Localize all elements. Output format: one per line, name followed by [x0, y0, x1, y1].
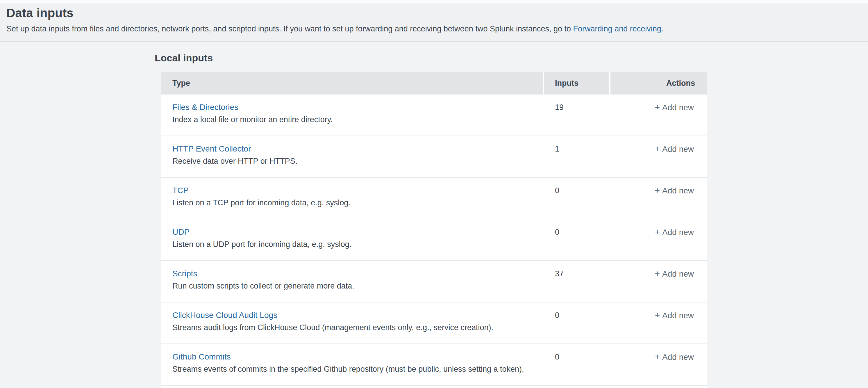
inputs-count: 37 — [543, 261, 611, 302]
clickhouse-cloud-audit-logs-link[interactable]: ClickHouse Cloud Audit Logs — [173, 310, 277, 321]
inputs-count: 1 — [543, 136, 611, 177]
plus-icon: + — [655, 227, 660, 237]
row-description: Streams events of commits in the specifi… — [173, 364, 543, 375]
add-new-label: Add new — [662, 311, 694, 320]
top-strip — [0, 0, 868, 3]
plus-icon: + — [655, 352, 660, 361]
inputs-count: 0 — [543, 219, 611, 260]
table-row-udp: UDP Listen on a UDP port for incoming da… — [161, 219, 707, 261]
inputs-count: 0 — [543, 178, 611, 219]
add-new-button[interactable]: +Add new — [655, 310, 694, 321]
add-new-button[interactable]: +Add new — [655, 227, 694, 238]
add-new-button[interactable]: +Add new — [655, 143, 694, 155]
row-description: Receive data over HTTP or HTTPS. — [173, 156, 543, 167]
row-description: Listen on a TCP port for incoming data, … — [173, 197, 543, 208]
table-row-scripts: Scripts Run custom scripts to collect or… — [161, 261, 707, 302]
plus-icon: + — [655, 102, 660, 112]
forwarding-and-receiving-link[interactable]: Forwarding and receiving — [573, 24, 661, 33]
data-inputs-page: Data inputs Set up data inputs from file… — [0, 0, 868, 388]
local-inputs-heading: Local inputs — [155, 52, 213, 64]
add-new-label: Add new — [662, 145, 694, 154]
column-header-inputs: Inputs — [543, 72, 609, 94]
add-new-label: Add new — [662, 186, 694, 195]
table-header-row: Type Inputs Actions — [161, 72, 707, 94]
add-new-label: Add new — [662, 103, 694, 112]
column-header-actions: Actions — [609, 72, 707, 94]
files-directories-link[interactable]: Files & Directories — [173, 102, 238, 113]
column-header-type: Type — [161, 72, 543, 94]
table-row-http-event-collector: HTTP Event Collector Receive data over H… — [161, 136, 707, 178]
plus-icon: + — [655, 185, 660, 195]
table-row-clickhouse-cloud-audit-logs: ClickHouse Cloud Audit Logs Streams audi… — [161, 302, 707, 344]
http-event-collector-link[interactable]: HTTP Event Collector — [173, 143, 251, 154]
inputs-count: 19 — [543, 94, 611, 136]
table-row-github-commits: Github Commits Streams events of commits… — [161, 344, 707, 386]
scripts-link[interactable]: Scripts — [173, 268, 197, 279]
plus-icon: + — [655, 310, 660, 320]
add-new-button[interactable]: +Add new — [655, 102, 694, 113]
add-new-button[interactable]: +Add new — [655, 185, 694, 196]
plus-icon: + — [655, 144, 660, 154]
add-new-label: Add new — [662, 353, 694, 361]
udp-link[interactable]: UDP — [173, 227, 189, 238]
row-description: Run custom scripts to collect or generat… — [173, 280, 543, 292]
inputs-count: 0 — [543, 344, 611, 385]
partial-next-row — [161, 386, 707, 388]
page-header: Data inputs Set up data inputs from file… — [0, 3, 868, 42]
github-commits-link[interactable]: Github Commits — [173, 351, 231, 362]
tcp-link[interactable]: TCP — [173, 185, 189, 196]
row-description: Listen on a UDP port for incoming data, … — [173, 239, 543, 250]
row-description: Index a local file or monitor an entire … — [173, 114, 543, 125]
subtitle-text: Set up data inputs from files and direct… — [6, 24, 573, 33]
row-description: Streams audit logs from ClickHouse Cloud… — [173, 322, 543, 333]
table-row-files-directories: Files & Directories Index a local file o… — [161, 94, 707, 136]
add-new-label: Add new — [662, 269, 694, 278]
subtitle-period: . — [661, 24, 664, 33]
add-new-button[interactable]: +Add new — [655, 351, 694, 363]
table-row-tcp: TCP Listen on a TCP port for incoming da… — [161, 178, 707, 219]
page-title: Data inputs — [6, 6, 868, 20]
add-new-button[interactable]: +Add new — [655, 268, 694, 279]
plus-icon: + — [655, 269, 660, 278]
page-subtitle: Set up data inputs from files and direct… — [6, 24, 868, 34]
inputs-count: 0 — [543, 302, 611, 344]
content-area: Local inputs Type Inputs Actions Files &… — [0, 42, 868, 388]
add-new-label: Add new — [662, 228, 694, 237]
local-inputs-table: Type Inputs Actions Files & Directories … — [161, 72, 707, 388]
